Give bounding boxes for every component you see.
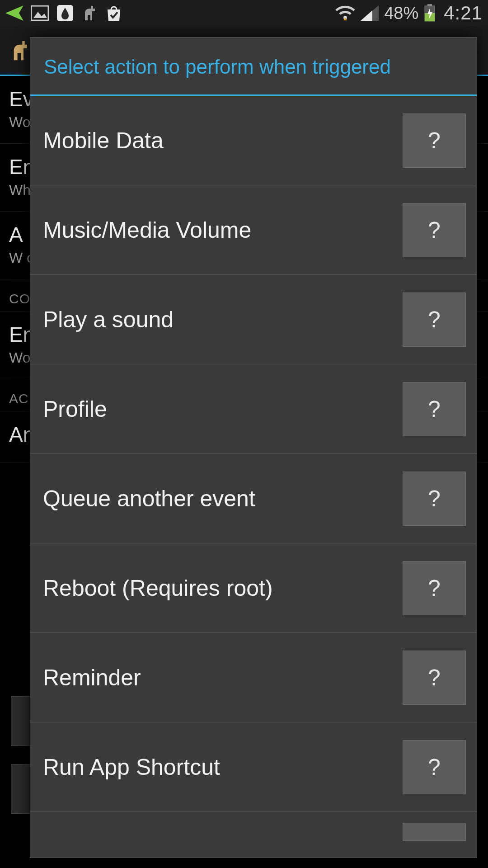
clock: 4:21	[444, 2, 483, 24]
status-bar: 48% 4:21	[0, 0, 488, 26]
action-queue-another-event[interactable]: Queue another event ?	[30, 454, 477, 543]
help-button[interactable]: ?	[403, 651, 466, 705]
svg-marker-7	[361, 10, 372, 21]
dialog-title: Select action to perform when triggered	[30, 38, 477, 96]
question-mark-icon: ?	[428, 307, 441, 333]
svg-marker-0	[5, 5, 23, 21]
action-label: Music/Media Volume	[43, 217, 251, 243]
question-mark-icon: ?	[428, 486, 441, 512]
action-label: Reboot (Requires root)	[43, 575, 273, 601]
llama-app-icon	[9, 38, 31, 63]
action-label: Play a sound	[43, 307, 174, 333]
question-mark-icon: ?	[428, 665, 441, 691]
help-button[interactable]: ?	[403, 292, 466, 347]
action-reminder[interactable]: Reminder ?	[30, 633, 477, 722]
battery-charging-icon	[424, 4, 436, 22]
svg-marker-2	[33, 12, 47, 18]
wifi-icon	[335, 5, 355, 21]
help-button[interactable]	[403, 823, 466, 841]
action-label: Queue another event	[43, 486, 255, 512]
question-mark-icon: ?	[428, 127, 441, 154]
action-label: Run App Shortcut	[43, 754, 220, 780]
help-button[interactable]: ?	[403, 740, 466, 794]
paper-plane-icon	[5, 5, 23, 21]
question-mark-icon: ?	[428, 754, 441, 780]
help-button[interactable]: ?	[403, 113, 466, 168]
cell-signal-icon	[361, 5, 379, 21]
picture-icon	[31, 5, 49, 21]
question-mark-icon: ?	[428, 217, 441, 243]
question-mark-icon: ?	[428, 575, 441, 601]
select-action-dialog: Select action to perform when triggered …	[30, 37, 477, 858]
action-list[interactable]: Mobile Data ? Music/Media Volume ? Play …	[30, 96, 477, 858]
action-mobile-data[interactable]: Mobile Data ?	[30, 96, 477, 185]
action-label: Reminder	[43, 665, 141, 691]
llama-icon	[81, 4, 98, 22]
question-mark-icon: ?	[428, 396, 441, 422]
action-row-partial[interactable]	[30, 812, 477, 839]
help-button[interactable]: ?	[403, 203, 466, 257]
drop-icon	[56, 4, 74, 22]
help-button[interactable]: ?	[403, 382, 466, 436]
action-label: Profile	[43, 396, 107, 422]
help-button[interactable]: ?	[403, 472, 466, 526]
battery-percent: 48%	[384, 4, 418, 23]
action-music-media-volume[interactable]: Music/Media Volume ?	[30, 185, 477, 275]
action-profile[interactable]: Profile ?	[30, 364, 477, 454]
svg-rect-1	[31, 6, 48, 20]
status-right: 48% 4:21	[335, 2, 483, 24]
action-reboot[interactable]: Reboot (Requires root) ?	[30, 543, 477, 633]
action-label: Mobile Data	[43, 127, 164, 154]
help-button[interactable]: ?	[403, 561, 466, 615]
action-play-a-sound[interactable]: Play a sound ?	[30, 275, 477, 364]
action-run-app-shortcut[interactable]: Run App Shortcut ?	[30, 722, 477, 812]
svg-rect-9	[427, 4, 432, 6]
shopping-bag-check-icon	[105, 4, 123, 22]
status-left	[5, 4, 123, 22]
